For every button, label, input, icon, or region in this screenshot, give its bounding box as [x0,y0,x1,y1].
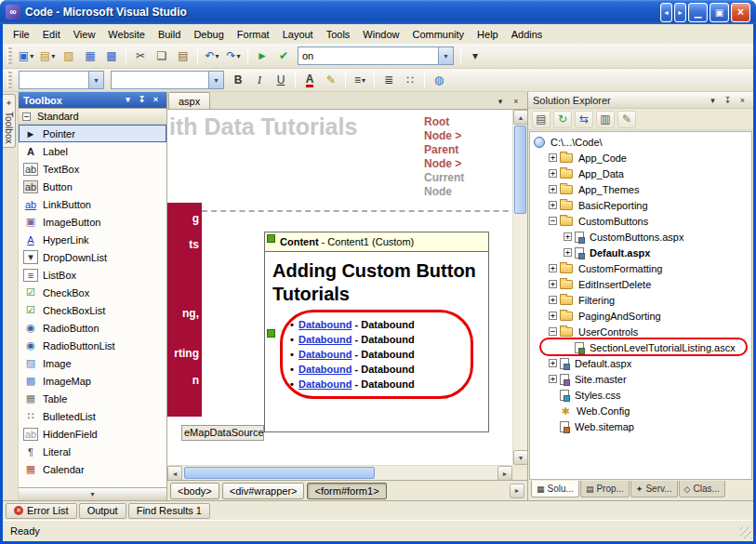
tag-scroll-right-button[interactable]: ► [510,484,524,498]
expander-plus-icon[interactable]: + [549,280,557,288]
toolbox-header[interactable]: Toolbox ▾↧× [19,92,166,109]
toolbox-item-imagebutton[interactable]: ▣ImageButton [19,213,166,231]
design-surface[interactable]: ith Data Tutorials RootNode >ParentNode … [167,110,527,480]
nav-item-fragment[interactable]: g [192,212,199,225]
scroll-up-button[interactable]: ▲ [513,110,527,125]
category-collapse-icon[interactable]: − [22,113,31,121]
font-name-combo[interactable]: ▼ [19,71,104,89]
toolbox-item-radiobutton[interactable]: ◉RadioButton [19,319,166,337]
panel-tab-clas[interactable]: ◇Clas... [679,481,725,498]
cut-button[interactable]: ✂ [130,46,151,66]
tree-item-app-code[interactable]: +App_Code [530,150,751,166]
title-nav-right-icon[interactable]: ► [674,3,686,22]
check-page-button[interactable]: ✔ [273,46,294,66]
copy-website-button[interactable]: ⇆ [575,111,593,128]
menu-layout[interactable]: Layout [276,26,320,43]
save-all-button[interactable]: ▩ [101,46,122,66]
bold-button[interactable]: B [228,70,248,90]
toolbox-item-linkbutton[interactable]: abLinkButton [19,195,166,213]
tree-item-editinsertdelete[interactable]: +EditInsertDelete [530,276,751,292]
toolbox-side-tab[interactable]: ✦ Toolbox [3,94,16,148]
expander-plus-icon[interactable]: + [549,169,557,178]
breadcrumb-line[interactable]: Node > [424,157,464,171]
panel-tab-serv[interactable]: ✦Serv... [630,481,678,498]
toolbox-item-pointer[interactable]: ►Pointer [19,125,166,142]
auto-hide-pin-icon[interactable]: ↧ [722,96,734,105]
vertical-scrollbar[interactable]: ▲ ▼ [512,110,527,465]
horizontal-scrollbar[interactable]: ◄ ► [167,465,512,480]
expander-minus-icon[interactable]: − [549,327,557,336]
bottom-tab-output[interactable]: Output [79,503,126,519]
toolbox-item-listbox[interactable]: ≡ListBox [19,266,166,284]
menu-addins[interactable]: Addins [505,26,550,43]
combo-dropdown-icon[interactable]: ▼ [208,72,223,88]
italic-button[interactable]: I [249,70,270,90]
tree-item-usercontrols[interactable]: −UserControls [530,324,751,339]
toolbox-item-literal[interactable]: ¶Literal [19,443,166,460]
toolbox-category-standard[interactable]: − Standard [19,109,166,125]
font-size-combo[interactable]: ▼ [111,71,224,89]
toolbox-item-hyperlink[interactable]: AHyperLink [19,231,166,248]
sitemap-datasource-control[interactable]: eMapDataSource1 [181,425,264,441]
tree-item-web-sitemap[interactable]: Web.sitemap [530,418,751,434]
window-position-icon[interactable]: ▾ [707,96,719,105]
window-position-icon[interactable]: ▾ [122,94,134,106]
highlight-button[interactable]: ✎ [321,70,341,90]
panel-tab-solu[interactable]: ▦Solu... [531,481,579,498]
expander-plus-icon[interactable]: + [549,185,557,193]
start-debug-button[interactable]: ► [252,46,272,66]
numbered-list-button[interactable]: ≣ [378,70,399,90]
expander-plus-icon[interactable]: + [549,264,557,272]
tag-nav-div-wrapper[interactable]: <div#wrapper> [222,483,305,499]
databound-link[interactable]: Databound [298,349,351,360]
tree-item-default-aspx[interactable]: +Default.aspx [530,245,751,260]
tree-item-custombuttons-aspx[interactable]: +CustomButtons.aspx [530,229,751,245]
databound-link[interactable]: Databound [298,364,351,375]
nav-item-fragment[interactable]: n [192,374,199,387]
panel-tab-prop[interactable]: ▤Prop... [580,481,630,498]
toolbar-grip[interactable] [7,47,12,64]
refresh-button[interactable]: ↻ [553,111,572,128]
menu-community[interactable]: Community [405,26,471,43]
close-icon[interactable]: × [150,94,162,106]
menu-edit[interactable]: Edit [36,26,67,43]
toolbox-item-checkboxlist[interactable]: ☑CheckBoxList [19,301,166,319]
menu-file[interactable]: File [7,26,36,43]
expander-plus-icon[interactable]: + [549,296,557,304]
expander-plus-icon[interactable]: + [549,359,557,367]
databound-link[interactable]: Databound [298,319,351,330]
expander-plus-icon[interactable]: + [564,232,572,241]
toolbox-item-calendar[interactable]: ▦Calendar [19,460,166,478]
menu-debug[interactable]: Debug [187,26,230,43]
scroll-left-button[interactable]: ◄ [167,466,182,480]
menu-build[interactable]: Build [152,26,187,43]
tree-item-customformatting[interactable]: +CustomFormatting [530,260,751,276]
toolbox-scroll-down[interactable]: ▼ [19,487,166,500]
toolbox-item-imagemap[interactable]: ▩ImageMap [19,372,166,390]
undo-button[interactable]: ↶▾ [202,46,222,66]
content-placeholder[interactable]: Content - Content1 (Custom) Adding Custo… [264,232,489,432]
breadcrumb-line[interactable]: Node > [424,129,464,143]
expander-plus-icon[interactable]: + [564,248,572,257]
toolbox-item-dropdownlist[interactable]: ▾DropDownList [19,248,166,266]
properties-button[interactable]: ▤ [532,111,550,128]
menu-help[interactable]: Help [471,26,505,43]
breadcrumb-line[interactable]: Root [424,115,464,129]
databound-link[interactable]: Databound [298,378,351,390]
bottom-tab-error-list[interactable]: ×Error List [6,503,77,519]
tree-item-basicreporting[interactable]: +BasicReporting [530,197,751,213]
toolbox-item-radiobuttonlist[interactable]: ◉RadioButtonList [19,337,166,354]
copy-button[interactable]: ❏ [152,46,172,66]
toolbox-item-label[interactable]: ALabel [19,142,166,160]
toolbox-item-button[interactable]: abButton [19,178,166,195]
tree-item-styles-css[interactable]: Styles.css [530,387,751,403]
toolbar-grip[interactable] [7,72,12,88]
menu-format[interactable]: Format [231,26,276,43]
tree-item-sectionleveltutoriallisting-ascx[interactable]: SectionLevelTutorialListing.ascx [530,339,751,355]
solution-explorer-header[interactable]: Solution Explorer ▾↧× [528,92,753,109]
title-nav-left-icon[interactable]: ◄ [660,3,672,22]
content-control-glyph[interactable] [267,234,275,243]
save-button[interactable]: ▦ [80,46,100,66]
resize-grip[interactable] [740,527,751,538]
expander-plus-icon[interactable]: + [549,312,557,320]
